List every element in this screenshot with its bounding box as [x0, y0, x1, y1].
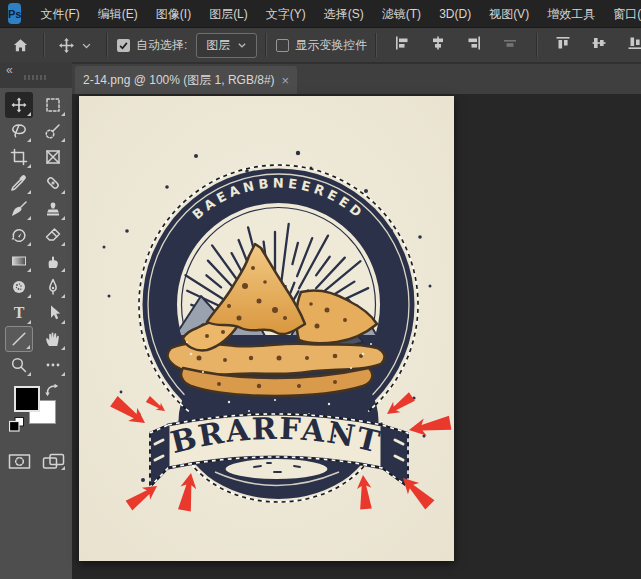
- document-tab-title: 2-14.png @ 100% (图层 1, RGB/8#): [83, 72, 275, 89]
- zoom-tool[interactable]: [5, 352, 33, 378]
- photoshop-logo[interactable]: Ps: [8, 3, 21, 24]
- quick-selection-icon: [44, 122, 62, 140]
- ellipsis-icon: [44, 356, 62, 374]
- chevron-down-icon: [237, 40, 247, 50]
- move-tool[interactable]: [5, 92, 33, 118]
- path-selection-tool[interactable]: [39, 300, 67, 326]
- menu-view[interactable]: 视图(V): [480, 0, 538, 28]
- pen-tool[interactable]: [39, 274, 67, 300]
- menu-image[interactable]: 图像(I): [147, 0, 200, 28]
- separator: [375, 33, 376, 57]
- eraser-tool[interactable]: [39, 222, 67, 248]
- tools-panel-body: T: [0, 88, 72, 579]
- document-area: 2-14.png @ 100% (图层 1, RGB/8#) ×: [72, 62, 641, 579]
- show-transform-checkbox[interactable]: [276, 39, 289, 52]
- pasteboard[interactable]: BAEANBNEEREED: [72, 94, 641, 579]
- type-icon: T: [10, 304, 28, 322]
- logo-artwork: BAEANBNEEREED: [79, 96, 454, 561]
- clone-stamp-icon: [44, 200, 62, 218]
- svg-text:T: T: [14, 304, 25, 321]
- tools-panel-header: «: [0, 62, 72, 88]
- marquee-icon: [44, 96, 62, 114]
- tools-grid: T: [0, 88, 72, 378]
- auto-select-target-dropdown[interactable]: 图层: [196, 33, 257, 58]
- align-bottom-icon: [627, 35, 641, 51]
- frame-tool[interactable]: [39, 144, 67, 170]
- align-horizontal-centers-button[interactable]: [424, 35, 452, 55]
- separator: [536, 33, 537, 57]
- selection-arrow-icon: [44, 304, 62, 322]
- brush-tool[interactable]: [5, 196, 33, 222]
- line-tool[interactable]: [5, 326, 33, 352]
- menu-edit[interactable]: 编辑(E): [89, 0, 147, 28]
- swap-colors-icon[interactable]: [45, 383, 59, 397]
- screen-mode-icon: [42, 453, 65, 470]
- align-vertical-centers-icon: [591, 35, 607, 51]
- menu-bar: Ps 文件(F) 编辑(E) 图像(I) 图层(L) 文字(Y) 选择(S) 滤…: [0, 0, 641, 28]
- lasso-icon: [10, 122, 28, 140]
- collapse-panels-button[interactable]: «: [6, 63, 13, 77]
- home-icon: [12, 37, 29, 54]
- align-left-icon: [394, 35, 410, 51]
- crop-tool[interactable]: [5, 144, 33, 170]
- color-control: [9, 386, 65, 438]
- document-canvas[interactable]: BAEANBNEEREED: [79, 96, 454, 561]
- magnifier-icon: [10, 356, 28, 374]
- document-tab[interactable]: 2-14.png @ 100% (图层 1, RGB/8#) ×: [75, 66, 297, 94]
- sponge-tool[interactable]: [5, 274, 33, 300]
- quick-selection-tool[interactable]: [39, 118, 67, 144]
- align-right-edges-button[interactable]: [460, 35, 488, 55]
- foreground-color-swatch[interactable]: [14, 386, 40, 412]
- quick-mask-button[interactable]: [5, 450, 33, 472]
- menu-select[interactable]: 选择(S): [315, 0, 373, 28]
- spot-healing-brush-tool[interactable]: [39, 170, 67, 196]
- align-horizontal-centers-icon: [430, 35, 446, 51]
- bowl-plate: [225, 458, 329, 480]
- crop-icon: [10, 148, 28, 166]
- history-brush-tool[interactable]: [5, 222, 33, 248]
- distribute-horizontal-button[interactable]: [496, 35, 524, 55]
- eyedropper-tool[interactable]: [5, 170, 33, 196]
- auto-select-checkbox[interactable]: [117, 39, 130, 52]
- menu-window[interactable]: 窗口(W): [604, 0, 641, 28]
- line-icon: [10, 330, 28, 348]
- separator: [43, 33, 44, 57]
- screen-mode-button[interactable]: [39, 450, 67, 472]
- align-left-edges-button[interactable]: [388, 35, 416, 55]
- menu-type[interactable]: 文字(Y): [257, 0, 315, 28]
- move-tool-preset[interactable]: [52, 37, 98, 54]
- show-transform-label: 显示变换控件: [295, 37, 367, 54]
- brush-icon: [10, 200, 28, 218]
- chevron-down-icon: [81, 40, 92, 51]
- eyedropper-icon: [10, 174, 28, 192]
- menu-file[interactable]: 文件(F): [31, 0, 88, 28]
- close-tab-icon[interactable]: ×: [281, 73, 289, 88]
- smudge-tool[interactable]: [39, 248, 67, 274]
- menu-3d[interactable]: 3D(D): [430, 0, 480, 28]
- photoshop-window: Ps 文件(F) 编辑(E) 图像(I) 图层(L) 文字(Y) 选择(S) 滤…: [0, 0, 641, 579]
- tools-panel-grip[interactable]: [24, 75, 46, 80]
- align-vertical-centers-button[interactable]: [585, 35, 613, 55]
- default-colors-icon[interactable]: [9, 417, 25, 432]
- menu-plugins[interactable]: 增效工具: [538, 0, 604, 28]
- auto-select-label: 自动选择:: [136, 37, 187, 54]
- align-bottom-edges-button[interactable]: [621, 35, 641, 55]
- eraser-icon: [44, 226, 62, 244]
- menu-layer[interactable]: 图层(L): [200, 0, 257, 28]
- dropdown-value: 图层: [206, 37, 230, 54]
- align-top-edges-button[interactable]: [549, 35, 577, 55]
- clone-stamp-tool[interactable]: [39, 196, 67, 222]
- options-bar: 自动选择: 图层 显示变换控件: [0, 28, 641, 62]
- lasso-tool[interactable]: [5, 118, 33, 144]
- quick-mask-icon: [8, 453, 31, 470]
- type-tool[interactable]: T: [5, 300, 33, 326]
- hand-icon: [44, 330, 62, 348]
- align-right-icon: [466, 35, 482, 51]
- edit-toolbar-button[interactable]: [39, 352, 67, 378]
- menu-filter[interactable]: 滤镜(T): [373, 0, 430, 28]
- hand-tool[interactable]: [39, 326, 67, 352]
- home-button[interactable]: [6, 37, 35, 54]
- rectangular-marquee-tool[interactable]: [39, 92, 67, 118]
- gradient-tool[interactable]: [5, 248, 33, 274]
- sponge-icon: [10, 278, 28, 296]
